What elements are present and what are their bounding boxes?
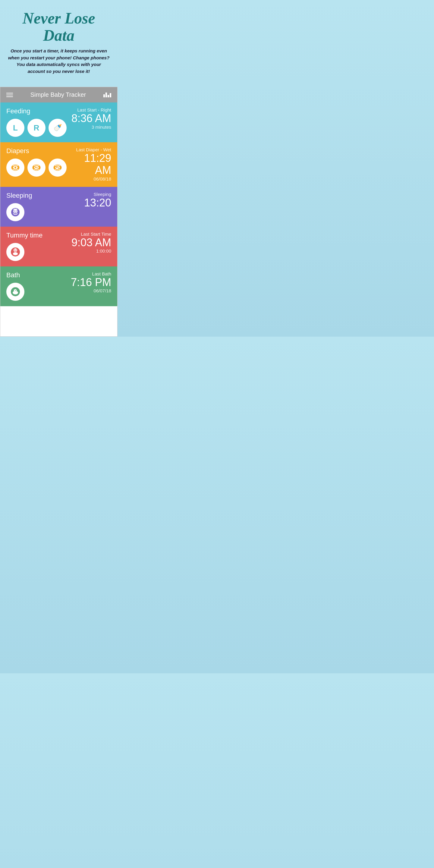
bottle-icon: 🍼 xyxy=(54,124,62,132)
feeding-row: Feeding L R 🍼 Last Start - Right 8:36 AM xyxy=(0,102,117,142)
diaper-both-icon xyxy=(53,163,62,172)
diaper-dirty-button[interactable] xyxy=(27,158,45,177)
feeding-duration: 3 minutes xyxy=(71,124,111,130)
diapers-right-label: Last Diaper - Wet xyxy=(67,147,111,152)
feeding-l-label: L xyxy=(13,123,18,133)
feeding-bottle-button[interactable]: 🍼 xyxy=(49,119,67,137)
tummy-right-label: Last Start Time xyxy=(71,231,111,237)
chart-button[interactable] xyxy=(103,93,111,97)
bath-right: Last Bath 7:16 PM 06/07/18 xyxy=(71,271,111,293)
hero-title: Never Lose Data xyxy=(7,10,110,44)
app-header: Simple Baby Tracker xyxy=(0,87,117,102)
svg-point-11 xyxy=(57,167,58,167)
hero-subtitle: Once you start a timer, it keeps running… xyxy=(7,48,110,75)
tummy-duration: 1:00:00 xyxy=(71,248,111,253)
feeding-left-button[interactable]: L xyxy=(6,119,24,137)
tummy-left: Tummy time xyxy=(6,231,42,261)
tummy-time: 9:03 AM xyxy=(71,237,111,249)
diaper-dirty-icon xyxy=(32,163,41,172)
svg-point-4 xyxy=(34,166,39,169)
bath-date: 06/07/18 xyxy=(71,288,111,293)
feeding-left: Feeding L R 🍼 xyxy=(6,107,67,137)
diaper-wet-icon xyxy=(11,163,20,172)
svg-point-18 xyxy=(14,249,15,250)
diapers-date: 06/08/18 xyxy=(67,176,111,181)
svg-point-9 xyxy=(56,167,58,168)
feeding-buttons: L R 🍼 xyxy=(6,119,67,137)
tummy-buttons xyxy=(6,243,42,261)
feeding-right-label: Last Start - Right xyxy=(71,107,111,113)
app-title: Simple Baby Tracker xyxy=(30,91,86,98)
sleeping-title: Sleeping xyxy=(6,192,32,199)
feeding-title: Feeding xyxy=(6,107,67,115)
diapers-time: 11:29 AM xyxy=(67,152,111,176)
bath-buttons xyxy=(6,283,24,301)
tummy-row: Tummy time xyxy=(0,227,117,267)
svg-point-26 xyxy=(16,290,17,291)
svg-point-5 xyxy=(35,167,37,168)
menu-button[interactable] xyxy=(6,93,13,97)
diapers-right: Last Diaper - Wet 11:29 AM 06/08/18 xyxy=(67,147,111,181)
svg-point-6 xyxy=(36,167,38,168)
feeding-time: 8:36 AM xyxy=(71,113,111,124)
diapers-buttons xyxy=(6,158,67,177)
svg-point-8 xyxy=(56,166,60,169)
bottom-section xyxy=(0,306,117,336)
sleeping-left: Sleeping xyxy=(6,192,32,221)
svg-point-2 xyxy=(14,167,16,168)
bath-left: Bath xyxy=(6,271,24,301)
tummy-baby-icon xyxy=(10,246,21,258)
tummy-title: Tummy time xyxy=(6,231,42,239)
svg-point-10 xyxy=(58,167,59,169)
svg-point-14 xyxy=(14,210,15,211)
svg-rect-23 xyxy=(14,291,17,294)
bath-time: 7:16 PM xyxy=(71,276,111,288)
bath-title: Bath xyxy=(6,271,24,279)
feeding-right: Last Start - Right 8:36 AM 3 minutes xyxy=(71,107,111,130)
sleeping-start-button[interactable] xyxy=(6,203,24,221)
bath-right-label: Last Bath xyxy=(71,271,111,276)
bath-start-button[interactable] xyxy=(6,283,24,301)
feeding-right-button[interactable]: R xyxy=(27,119,45,137)
sleeping-row: Sleeping xyxy=(0,187,117,227)
hero-section: Never Lose Data Once you start a timer, … xyxy=(0,0,118,82)
sleeping-time: 13:20 xyxy=(84,197,111,209)
svg-point-19 xyxy=(16,249,17,250)
sleeping-buttons xyxy=(6,203,32,221)
bath-soap-icon xyxy=(10,286,21,298)
sleeping-right: Sleeping 13:20 xyxy=(84,192,111,209)
app-container: Simple Baby Tracker Feeding L R xyxy=(0,87,118,336)
sleeping-right-label: Sleeping xyxy=(84,192,111,197)
sleeping-baby-icon xyxy=(10,207,21,218)
diapers-left: Diapers xyxy=(6,147,67,177)
diapers-title: Diapers xyxy=(6,147,67,155)
bath-row: Bath Last Bath xyxy=(0,267,117,306)
feeding-r-label: R xyxy=(34,123,39,133)
diapers-row: Diapers xyxy=(0,142,117,187)
diaper-wet-button[interactable] xyxy=(6,158,24,177)
svg-point-15 xyxy=(16,210,17,211)
diaper-both-button[interactable] xyxy=(49,158,67,177)
tummy-right: Last Start Time 9:03 AM 1:00:00 xyxy=(71,231,111,254)
tummy-start-button[interactable] xyxy=(6,243,24,261)
